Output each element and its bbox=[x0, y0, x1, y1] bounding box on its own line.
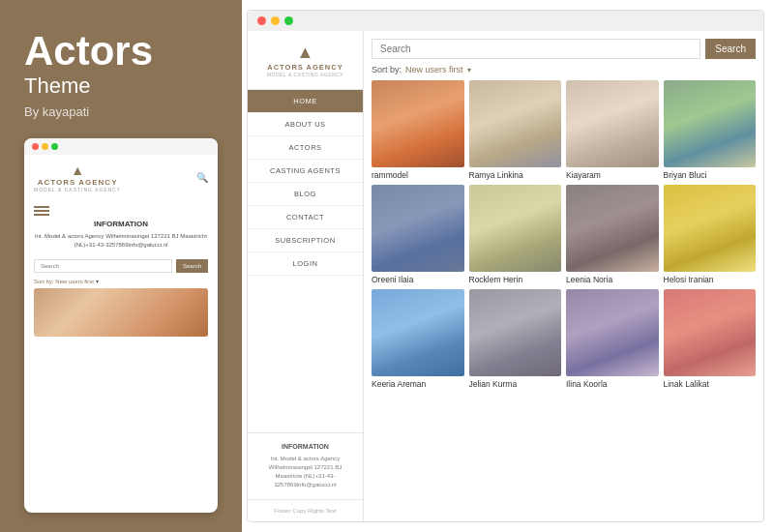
actor-card[interactable]: Oreeni Ilaia bbox=[372, 185, 464, 284]
main-browser: ▲ ACTORS AGENCY MODEL & CASTING AGENCY H… bbox=[247, 10, 764, 522]
mobile-info-text: Int. Model & actors Agency Wilhelminasin… bbox=[34, 232, 208, 249]
sidebar-logo: ▲ ACTORS AGENCY MODEL & CASTING AGENCY bbox=[248, 31, 363, 90]
theme-title: Actors bbox=[24, 29, 218, 74]
actor-name: rammodel bbox=[372, 170, 464, 180]
mobile-logo-area: ▲ ACTORS AGENCY MODEL & CASTING AGENCY 🔍 bbox=[24, 155, 218, 200]
actor-name: Jelian Kurma bbox=[469, 379, 562, 389]
sidebar-logo-icon: ▲ bbox=[255, 43, 355, 63]
mobile-agency-sub: MODEL & CASTING AGENCY bbox=[34, 187, 121, 192]
mobile-preview-image bbox=[34, 288, 208, 337]
mobile-mockup: ▲ ACTORS AGENCY MODEL & CASTING AGENCY 🔍… bbox=[24, 138, 218, 513]
actor-photo-rammodel bbox=[372, 80, 464, 167]
search-input[interactable] bbox=[372, 39, 700, 59]
actor-photo-keeria bbox=[372, 289, 464, 376]
nav-item-blog[interactable]: BLOG bbox=[248, 183, 363, 206]
actor-name: Ilina Koorla bbox=[566, 379, 659, 389]
sidebar-logo-sub: MODEL & CASTING AGENCY bbox=[255, 72, 355, 77]
sidebar-footer: Footer Copy Rights Text bbox=[248, 499, 363, 521]
browser-body: ▲ ACTORS AGENCY MODEL & CASTING AGENCY H… bbox=[248, 31, 763, 521]
actor-name: Keeria Areman bbox=[372, 379, 464, 389]
mobile-search-button[interactable]: Search bbox=[176, 259, 208, 273]
sort-row: Sort by: New users first ▾ bbox=[372, 65, 756, 74]
mobile-top-bar bbox=[24, 138, 218, 155]
nav-item-actors[interactable]: ACTORS bbox=[248, 136, 363, 160]
actor-photo-briyan bbox=[664, 80, 757, 167]
sort-arrow-icon: ▾ bbox=[467, 66, 471, 74]
mobile-info-title: INFORMATION bbox=[34, 220, 208, 228]
mobile-search-bar: Search bbox=[34, 259, 208, 273]
sidebar-info-title: INFORMATION bbox=[255, 443, 355, 450]
browser-dot-red bbox=[257, 16, 266, 25]
actor-name: Ramya Linkina bbox=[469, 170, 562, 180]
actor-photo-linak bbox=[664, 289, 757, 376]
actor-name: Leenia Noria bbox=[566, 275, 659, 284]
nav-item-about[interactable]: ABOUT US bbox=[248, 113, 363, 136]
actor-card[interactable]: Leenia Noria bbox=[566, 185, 659, 284]
mobile-dot-yellow bbox=[42, 143, 48, 150]
search-bar-row: Search bbox=[372, 39, 756, 59]
left-panel: Actors Theme By kayapati ▲ ACTORS AGENCY… bbox=[0, 0, 242, 532]
actors-grid: rammodel Ramya Linkina Kiayaram Briyan B… bbox=[372, 80, 756, 389]
actor-name: Oreeni Ilaia bbox=[372, 275, 464, 284]
main-content: Search Sort by: New users first ▾ rammod… bbox=[364, 31, 763, 521]
actor-photo-jelian bbox=[469, 289, 562, 376]
theme-subtitle: Theme bbox=[24, 74, 218, 99]
nav-item-login[interactable]: LOGIN bbox=[248, 252, 363, 276]
theme-author: By kayapati bbox=[24, 104, 218, 119]
sidebar-logo-name: ACTORS AGENCY bbox=[255, 63, 355, 72]
sort-by-label: Sort by: bbox=[372, 65, 402, 74]
actor-name: Helosi Iranian bbox=[664, 275, 757, 284]
actor-name: Kiayaram bbox=[566, 170, 659, 180]
mobile-logo: ▲ ACTORS AGENCY MODEL & CASTING AGENCY bbox=[34, 163, 121, 192]
sidebar-info-text: Int. Model & actors Agency Wilhelminasin… bbox=[255, 455, 355, 489]
mobile-dot-red bbox=[32, 143, 39, 150]
actor-card[interactable]: Helosi Iranian bbox=[664, 185, 757, 284]
nav-item-home[interactable]: HOME bbox=[248, 90, 363, 113]
actor-card[interactable]: Kiayaram bbox=[566, 80, 659, 180]
actor-card[interactable]: rammodel bbox=[372, 80, 464, 180]
actor-photo-ramya bbox=[469, 80, 562, 167]
browser-sidebar: ▲ ACTORS AGENCY MODEL & CASTING AGENCY H… bbox=[248, 31, 364, 521]
actor-photo-kiayaram bbox=[566, 80, 659, 167]
nav-item-subscription[interactable]: SUBSCRIPTION bbox=[248, 229, 363, 252]
mobile-sort-row: Sort by: New users first ▾ bbox=[34, 278, 208, 284]
mobile-agency-name: ACTORS AGENCY bbox=[38, 178, 118, 187]
mobile-dot-green bbox=[51, 143, 58, 150]
actor-name: Briyan Bluci bbox=[664, 170, 757, 180]
browser-dot-green bbox=[284, 16, 293, 25]
mobile-hamburger-icon bbox=[34, 206, 49, 216]
actor-card[interactable]: Rocklem Herin bbox=[469, 185, 562, 284]
actor-card[interactable]: Linak Lalikat bbox=[664, 289, 757, 389]
actor-photo-rocklem bbox=[469, 185, 562, 272]
actor-photo-ilina bbox=[566, 289, 659, 376]
actor-card[interactable]: Keeria Areman bbox=[372, 289, 464, 389]
search-button[interactable]: Search bbox=[705, 39, 756, 59]
nav-item-contact[interactable]: CONTACT bbox=[248, 206, 363, 229]
nav-item-casting[interactable]: CASTING AGENTS bbox=[248, 160, 363, 183]
actor-photo-helosi bbox=[664, 185, 757, 272]
sidebar-info: INFORMATION Int. Model & actors Agency W… bbox=[248, 432, 363, 499]
actor-card[interactable]: Jelian Kurma bbox=[469, 289, 562, 389]
actor-photo-oreeni bbox=[372, 185, 464, 272]
browser-top-bar bbox=[248, 11, 763, 31]
actor-name: Linak Lalikat bbox=[664, 379, 757, 389]
actor-card[interactable]: Briyan Bluci bbox=[664, 80, 757, 180]
actor-card[interactable]: Ramya Linkina bbox=[469, 80, 562, 180]
mobile-sort-link[interactable]: New users first bbox=[55, 279, 94, 284]
mobile-search-input[interactable] bbox=[34, 259, 172, 273]
mobile-info-section: INFORMATION Int. Model & actors Agency W… bbox=[24, 200, 218, 254]
mobile-search-icon: 🔍 bbox=[196, 172, 208, 183]
browser-dot-yellow bbox=[271, 16, 280, 25]
actor-name: Rocklem Herin bbox=[469, 275, 562, 284]
mobile-logo-icon: ▲ bbox=[71, 163, 84, 178]
actor-card[interactable]: Ilina Koorla bbox=[566, 289, 659, 389]
sort-link[interactable]: New users first bbox=[405, 65, 463, 74]
actor-photo-leenia bbox=[566, 185, 659, 272]
